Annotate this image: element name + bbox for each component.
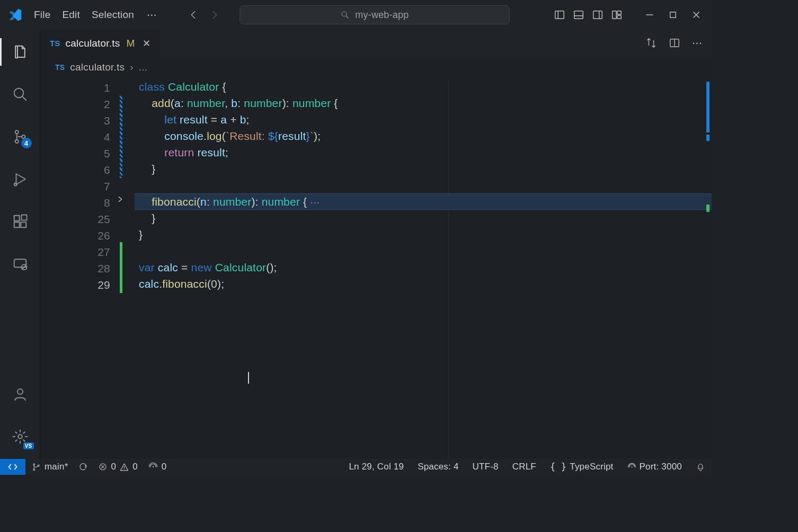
svg-point-12 xyxy=(14,183,16,186)
menu-file[interactable]: File xyxy=(34,9,50,21)
layout-secondary-icon[interactable] xyxy=(592,9,604,21)
tab-file-name: calculator.ts xyxy=(66,38,120,49)
diff-added-marker xyxy=(120,242,122,293)
line-number: 4 xyxy=(72,129,110,145)
status-sync[interactable] xyxy=(78,462,88,472)
status-bar: main* 0 0 0 Ln 29, Col 19 Spaces: 4 UTF-… xyxy=(0,459,712,475)
activity-scm-icon[interactable]: 4 xyxy=(10,126,31,147)
activity-search-icon[interactable] xyxy=(10,84,31,105)
status-port-forward[interactable]: Port: 3000 xyxy=(627,462,682,472)
vscode-window: File Edit Selection ··· my-web-app xyxy=(0,0,712,475)
svg-rect-5 xyxy=(617,11,621,14)
svg-rect-2 xyxy=(574,11,583,19)
activity-account-icon[interactable] xyxy=(10,384,31,405)
status-spaces[interactable]: Spaces: 4 xyxy=(418,462,458,472)
error-count: 0 xyxy=(111,462,116,472)
fold-collapsed-icon[interactable] xyxy=(117,196,124,203)
line-number: 8 xyxy=(72,194,110,211)
window-maximize-icon[interactable] xyxy=(667,9,679,21)
svg-point-27 xyxy=(631,466,632,467)
code-line: } xyxy=(135,210,712,226)
code-line-folded: fibonacci(n: number): number { ··· xyxy=(135,193,712,210)
nav-back-icon[interactable] xyxy=(188,9,199,21)
svg-rect-3 xyxy=(593,11,602,19)
chevron-right-icon: › xyxy=(130,61,134,73)
remote-indicator[interactable] xyxy=(0,459,25,475)
svg-rect-7 xyxy=(670,12,676,18)
command-center-search[interactable]: my-web-app xyxy=(240,5,510,24)
activity-run-icon[interactable] xyxy=(10,169,31,190)
tab-overflow-icon[interactable]: ··· xyxy=(692,36,702,50)
split-editor-icon[interactable] xyxy=(669,37,680,49)
status-ports[interactable]: 0 xyxy=(148,462,167,472)
tab-modified-badge: M xyxy=(127,38,135,49)
breadcrumb-trail: ... xyxy=(139,61,147,73)
compare-changes-icon[interactable] xyxy=(645,37,657,49)
status-encoding[interactable]: UTF-8 xyxy=(473,462,499,472)
window-close-icon[interactable] xyxy=(690,9,702,21)
layout-primary-icon[interactable] xyxy=(554,9,565,21)
activity-remote-icon[interactable] xyxy=(10,253,31,274)
line-number: 27 xyxy=(72,244,110,260)
title-bar: File Edit Selection ··· my-web-app xyxy=(0,0,712,30)
code-editor[interactable]: 1 2 3 4 5 6 7 8 25 26 27 28 29 xyxy=(40,78,712,459)
menu-edit[interactable]: Edit xyxy=(62,9,80,21)
status-eol[interactable]: CRLF xyxy=(512,462,536,472)
app-body: 4 VS TS cal xyxy=(0,30,712,459)
activity-explorer-icon[interactable] xyxy=(10,41,31,63)
breadcrumb[interactable]: TS calculator.ts › ... xyxy=(40,56,712,78)
line-number: 1 xyxy=(72,79,110,96)
warning-count: 0 xyxy=(132,462,138,472)
status-lncol[interactable]: Ln 29, Col 19 xyxy=(349,462,404,472)
editor-region: TS calculator.ts M ✕ ··· TS calculator.t… xyxy=(40,30,712,459)
status-right: Ln 29, Col 19 Spaces: 4 UTF-8 CRLF { }Ty… xyxy=(349,462,705,472)
minimap-modified-marker xyxy=(706,82,710,132)
status-language[interactable]: { }TypeScript xyxy=(550,462,614,472)
line-number: 25 xyxy=(72,211,110,227)
svg-rect-4 xyxy=(613,11,616,19)
svg-rect-6 xyxy=(617,15,621,19)
svg-rect-16 xyxy=(21,215,26,220)
activity-settings-icon[interactable]: VS xyxy=(10,426,31,447)
status-problems[interactable]: 0 0 xyxy=(99,462,137,472)
diff-modified-marker xyxy=(120,95,122,178)
minimap-modified-marker xyxy=(706,135,710,141)
search-icon xyxy=(340,10,350,20)
tab-close-icon[interactable]: ✕ xyxy=(143,38,150,49)
tab-lang-badge: TS xyxy=(50,39,60,48)
layout-customize-icon[interactable] xyxy=(611,9,623,21)
tab-bar: TS calculator.ts M ✕ ··· xyxy=(40,30,712,56)
line-number: 2 xyxy=(72,96,110,112)
svg-rect-14 xyxy=(14,222,19,227)
menu-selection[interactable]: Selection xyxy=(92,9,134,21)
breadcrumb-lang-badge: TS xyxy=(55,63,65,72)
nav-forward-icon[interactable] xyxy=(209,9,220,21)
layout-panel-icon[interactable] xyxy=(573,9,584,21)
line-number: 3 xyxy=(72,112,110,129)
activity-bar: 4 VS xyxy=(0,30,40,459)
code-line: class Calculator { xyxy=(135,78,712,95)
activity-extensions-icon[interactable] xyxy=(10,211,31,232)
svg-rect-1 xyxy=(555,11,564,19)
menu-overflow-icon[interactable]: ··· xyxy=(147,8,157,22)
settings-profile-badge: VS xyxy=(23,442,34,449)
tab-calculator[interactable]: TS calculator.ts M ✕ xyxy=(40,30,160,56)
line-number: 26 xyxy=(72,227,110,244)
code-line: console.log(`Result: ${result}`); xyxy=(135,128,712,144)
window-minimize-icon[interactable] xyxy=(644,9,655,21)
code-lines: class Calculator { add(a: number, b: num… xyxy=(135,78,712,459)
minimap-added-marker xyxy=(706,205,710,212)
minimap[interactable] xyxy=(702,78,712,459)
notifications-bell-icon[interactable] xyxy=(696,462,705,472)
tab-actions: ··· xyxy=(645,30,712,56)
code-line: return result; xyxy=(135,144,712,161)
svg-point-26 xyxy=(153,466,154,467)
breadcrumb-file: calculator.ts xyxy=(70,61,125,73)
ports-count: 0 xyxy=(162,462,167,472)
svg-rect-15 xyxy=(21,222,26,227)
line-number: 5 xyxy=(72,145,110,162)
line-number: 6 xyxy=(72,162,110,178)
status-branch[interactable]: main* xyxy=(32,462,68,472)
title-right xyxy=(554,9,707,21)
code-line: var calc = new Calculator(); xyxy=(135,259,712,276)
